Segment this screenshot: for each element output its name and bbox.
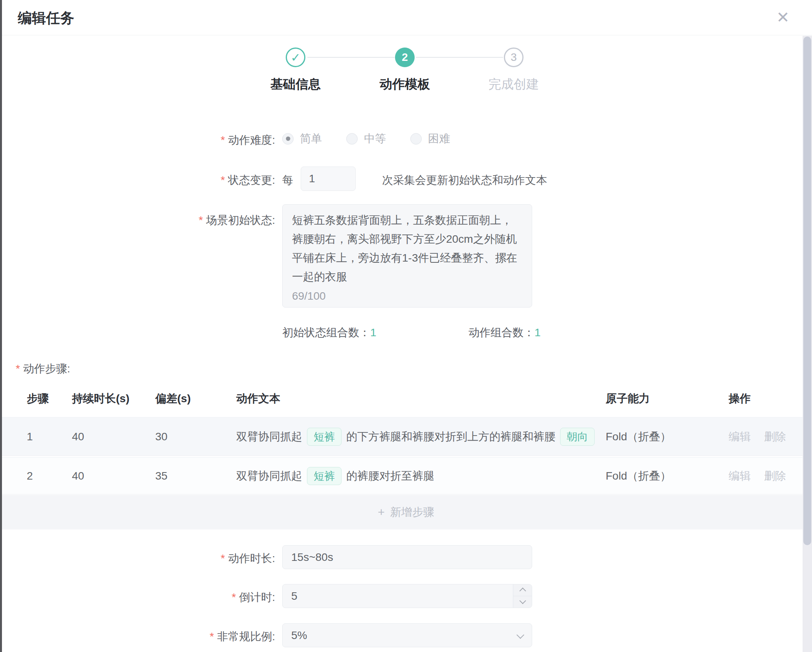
- countdown-value: 5: [291, 590, 298, 602]
- radio-option-中等[interactable]: 中等: [346, 131, 386, 146]
- cell-deviation: 30: [155, 430, 167, 443]
- step-action-template: 2 动作模板: [358, 48, 452, 93]
- table-header-row: 步骤 持续时长(s) 偏差(s) 动作文本 原子能力 操作: [0, 391, 812, 417]
- tag-chip: 短裤: [307, 467, 342, 485]
- action-combo-label: 动作组合数：: [468, 326, 535, 339]
- step-label: 基础信息: [248, 76, 343, 93]
- action-combo-value: 1: [535, 326, 541, 339]
- cell-action-text: 双臂协同抓起短裤的裤腰对折至裤腿: [236, 467, 592, 485]
- col-header-deviation: 偏差(s): [155, 391, 191, 406]
- action-combo-count: 动作组合数：1: [468, 325, 541, 340]
- col-header-operations: 操作: [729, 391, 751, 406]
- text-segment: 双臂协同抓起: [236, 429, 302, 444]
- radio-option-困难[interactable]: 困难: [410, 131, 450, 146]
- col-header-step: 步骤: [27, 391, 49, 406]
- radio-circle-icon: [346, 133, 358, 145]
- spinner-up-button[interactable]: [513, 584, 532, 596]
- add-step-button[interactable]: + 新增步骤: [0, 495, 812, 529]
- radio-label: 简单: [300, 131, 322, 146]
- duration-label: 动作时长:: [0, 551, 275, 566]
- cell-operations: 编辑删除: [729, 469, 799, 484]
- page-left-edge: [0, 0, 2, 652]
- table-row: 14030双臂协同抓起短裤的下方裤腿和裤腰对折到上方的裤腿和裤腰朝向Fold（折…: [0, 417, 812, 456]
- radio-label: 困难: [428, 131, 450, 146]
- state-change-suffix: 次采集会更新初始状态和动作文本: [382, 173, 547, 188]
- initial-combo-label: 初始状态组合数：: [282, 326, 370, 339]
- step-basic-info: ✓ 基础信息: [248, 48, 343, 93]
- difficulty-radio-group: 简单中等困难: [282, 131, 474, 146]
- duration-input[interactable]: 15s~80s: [282, 545, 532, 569]
- tag-chip: 短裤: [307, 428, 342, 446]
- plus-icon: +: [378, 505, 385, 519]
- dialog-title: 编辑任务: [18, 9, 74, 28]
- table-row: 24035双臂协同抓起短裤的裤腰对折至裤腿Fold（折叠）编辑删除: [0, 457, 812, 494]
- step-finish-create: 3 完成创建: [467, 48, 561, 93]
- step-number: 3: [504, 48, 524, 67]
- chevron-up-icon: [519, 588, 526, 594]
- cell-deviation: 35: [155, 470, 167, 482]
- state-change-prefix: 每: [282, 173, 293, 188]
- delete-button[interactable]: 删除: [764, 470, 786, 482]
- difficulty-label: 动作难度:: [0, 133, 275, 148]
- cell-ability: Fold（折叠）: [606, 469, 671, 484]
- cell-duration: 40: [72, 430, 84, 443]
- cell-action-text: 双臂协同抓起短裤的下方裤腿和裤腰对折到上方的裤腿和裤腰朝向: [236, 428, 592, 446]
- scene-state-text: 短裤五条数据背面朝上，五条数据正面朝上，裤腰朝右，离头部视野下方至少20cm之外…: [292, 214, 517, 283]
- edit-button[interactable]: 编辑: [729, 430, 751, 443]
- state-change-label: 状态变更:: [0, 173, 275, 188]
- step-label: 动作模板: [358, 76, 452, 93]
- scene-state-textarea[interactable]: 短裤五条数据背面朝上，五条数据正面朝上，裤腰朝右，离头部视野下方至少20cm之外…: [282, 204, 532, 308]
- unusual-ratio-value: 5%: [291, 629, 307, 641]
- countdown-label: 倒计时:: [0, 590, 275, 605]
- close-icon[interactable]: ✕: [773, 7, 793, 27]
- step-done-check-icon: ✓: [286, 48, 305, 67]
- cell-duration: 40: [72, 470, 84, 482]
- text-segment: 双臂协同抓起: [236, 469, 302, 484]
- add-step-label: 新增步骤: [390, 505, 434, 520]
- cell-step: 2: [27, 470, 33, 482]
- text-segment: 的裤腰对折至裤腿: [346, 469, 434, 484]
- col-header-ability: 原子能力: [606, 391, 650, 406]
- step-label: 完成创建: [467, 76, 561, 93]
- edit-button[interactable]: 编辑: [729, 470, 751, 482]
- char-counter: 69/100: [292, 291, 326, 302]
- number-spinner: [513, 584, 532, 608]
- chevron-down-icon: [519, 597, 526, 604]
- cell-operations: 编辑删除: [729, 429, 799, 444]
- radio-circle-icon: [410, 133, 422, 145]
- step-number: 2: [395, 48, 415, 67]
- tag-chip: 朝向: [560, 428, 595, 446]
- state-change-input[interactable]: 1: [301, 167, 356, 191]
- text-segment: 的下方裤腿和裤腰对折到上方的裤腿和裤腰: [346, 429, 555, 444]
- radio-circle-icon: [282, 133, 294, 145]
- col-header-action-text: 动作文本: [236, 391, 592, 406]
- cell-step: 1: [27, 430, 33, 443]
- scrollbar-thumb[interactable]: [803, 37, 811, 545]
- spinner-down-button[interactable]: [513, 596, 532, 608]
- action-steps-label: 动作步骤:: [16, 361, 70, 376]
- col-header-duration: 持续时长(s): [72, 391, 129, 406]
- countdown-input[interactable]: 5: [282, 584, 532, 608]
- select-chevron-down-icon: [516, 631, 524, 639]
- initial-combo-count: 初始状态组合数：1: [282, 325, 377, 340]
- unusual-ratio-label: 非常规比例:: [0, 629, 275, 644]
- radio-label: 中等: [364, 131, 386, 146]
- radio-option-简单[interactable]: 简单: [282, 131, 322, 146]
- scrollbar-track[interactable]: [803, 36, 812, 652]
- unusual-ratio-select[interactable]: 5%: [282, 623, 532, 647]
- initial-combo-value: 1: [370, 326, 377, 339]
- cell-ability: Fold（折叠）: [606, 429, 671, 444]
- scene-state-label: 场景初始状态:: [0, 213, 275, 228]
- delete-button[interactable]: 删除: [764, 430, 786, 443]
- dialog-header: 编辑任务 ✕: [2, 0, 812, 35]
